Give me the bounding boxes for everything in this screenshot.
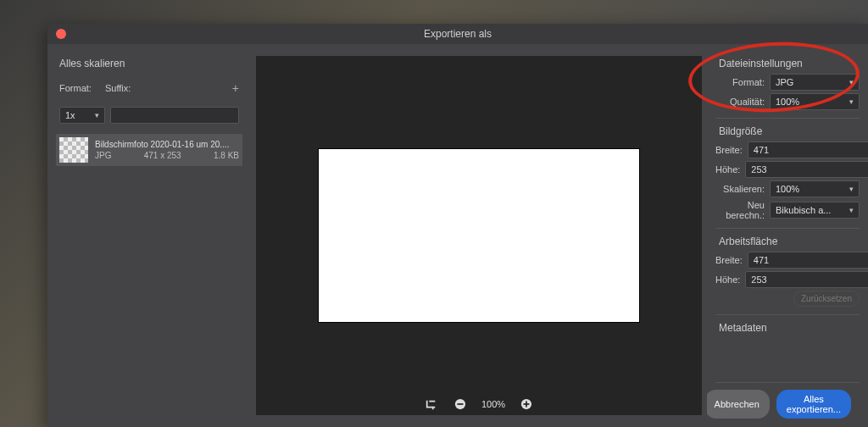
height-input[interactable] — [745, 161, 868, 178]
scale-select[interactable]: 1x ▾ — [59, 107, 105, 124]
canvas-title: Arbeitsfläche — [715, 234, 860, 249]
resample-select[interactable]: Bikubisch a... ▾ — [770, 202, 860, 219]
dialog-footer: Abbrechen Alles exportieren... — [715, 382, 860, 422]
format-label-r: Format: — [715, 77, 765, 87]
chevron-down-icon: ▾ — [849, 78, 854, 86]
preview-canvas — [319, 149, 640, 321]
right-panel: Dateieinstellungen Format: JPG ▾ Qualitä… — [707, 44, 868, 427]
scale-label-r: Skalieren: — [715, 184, 765, 194]
export-all-button[interactable]: Alles exportieren... — [776, 390, 851, 419]
preview-area: 100% — [256, 56, 702, 415]
export-dialog: Exportieren als Alles skalieren Format: … — [47, 24, 868, 427]
reset-button[interactable]: Zurücksetzen — [793, 291, 860, 307]
resample-label: Neu berechn.: — [715, 200, 765, 220]
asset-name: Bildschirmfoto 2020-01-16 um 20.... — [95, 140, 239, 149]
chevron-down-icon: ▾ — [849, 185, 854, 193]
suffix-label: Suffix: — [105, 83, 146, 93]
scale-value: 1x — [65, 110, 75, 120]
asset-dims: 471 x 253 — [144, 151, 181, 160]
quality-label: Qualität: — [715, 97, 765, 107]
image-size-title: Bildgröße — [715, 124, 860, 139]
file-settings-title: Dateieinstellungen — [715, 56, 860, 71]
zoom-in-button[interactable] — [519, 396, 534, 412]
asset-format: JPG — [95, 151, 111, 160]
width-input[interactable] — [748, 141, 868, 158]
chevron-down-icon: ▾ — [95, 111, 99, 119]
width-label: Breite: — [715, 145, 743, 155]
chevron-down-icon: ▾ — [849, 206, 854, 214]
canvas-width-label: Breite: — [715, 255, 743, 265]
asset-thumbnail — [59, 137, 88, 163]
titlebar: Exportieren als — [47, 24, 868, 44]
canvas-width-input[interactable] — [748, 252, 868, 269]
left-panel: Alles skalieren Format: Suffix: + 1x ▾ B… — [47, 44, 251, 427]
asset-row[interactable]: Bildschirmfoto 2020-01-16 um 20.... JPG … — [56, 134, 242, 166]
close-button[interactable] — [56, 29, 66, 39]
scale-select-r[interactable]: 100% ▾ — [770, 180, 860, 197]
quality-value: 100% — [776, 97, 799, 107]
zoom-bar: 100% — [424, 396, 534, 412]
svg-rect-4 — [526, 402, 527, 408]
zoom-out-button[interactable] — [453, 396, 468, 412]
chevron-down-icon: ▾ — [849, 97, 854, 106]
crop-icon[interactable] — [424, 396, 439, 412]
metadata-title: Metadaten — [715, 320, 860, 336]
canvas-height-label: Höhe: — [715, 274, 740, 285]
format-value: JPG — [776, 77, 793, 87]
scale-value-r: 100% — [776, 184, 799, 194]
canvas-height-input[interactable] — [745, 271, 868, 288]
window-title: Exportieren als — [424, 28, 492, 40]
quality-select[interactable]: 100% ▾ — [770, 93, 860, 110]
add-scale-button[interactable]: + — [232, 81, 239, 95]
scale-all-title: Alles skalieren — [56, 56, 242, 71]
suffix-input[interactable] — [110, 107, 239, 124]
svg-rect-1 — [457, 403, 463, 405]
resample-value: Bikubisch a... — [776, 205, 831, 215]
cancel-button[interactable]: Abbrechen — [707, 390, 770, 419]
format-select[interactable]: JPG ▾ — [770, 74, 860, 91]
zoom-level: 100% — [481, 399, 505, 409]
height-label: Höhe: — [715, 164, 740, 175]
asset-size: 1.8 KB — [214, 151, 239, 160]
format-label: Format: — [59, 83, 100, 93]
